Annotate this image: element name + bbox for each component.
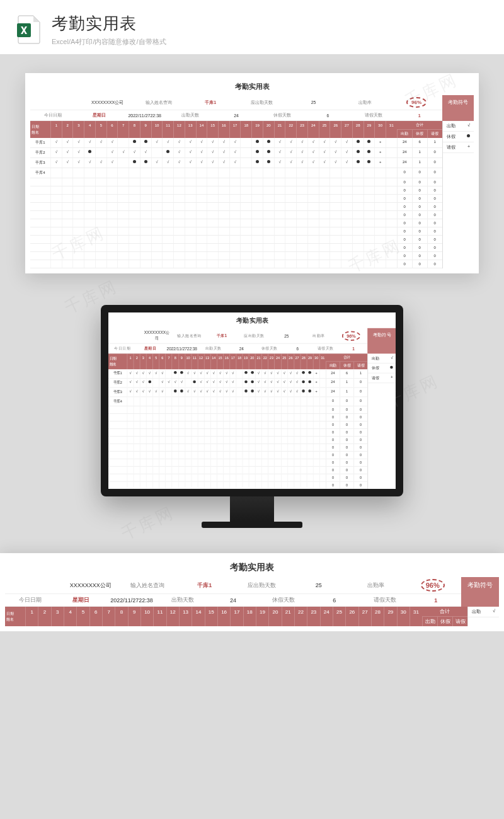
legend-item: 休假 (443, 132, 474, 142)
table-row[interactable]: 000 (108, 459, 367, 467)
table-header: 日期姓名123456789101112131415161718192021222… (108, 353, 367, 369)
page-title: 考勤实用表 (52, 13, 488, 35)
table-row[interactable]: 000 (108, 421, 367, 429)
preview-strip: 考勤实用表 XXXXXXXX公司 输入姓名查询千库1 应出勤天数25 出勤率96… (0, 553, 504, 631)
table-header: 日期姓名123456789101112131415161718192021222… (5, 607, 467, 626)
legend-item: 请假+ (443, 142, 474, 153)
table-row[interactable]: 000 (30, 203, 442, 211)
table-row[interactable]: 000 (30, 227, 442, 236)
legend-title: 考勤符号 (367, 328, 396, 353)
legend-title: 考勤符号 (442, 95, 474, 121)
page-subtitle: Excel/A4打印/内容随意修改/自带格式 (52, 37, 488, 47)
sheet-title: 考勤实用表 (30, 78, 474, 95)
table-row[interactable]: 000 (108, 444, 367, 452)
table-row[interactable]: 000 (108, 467, 367, 474)
table-row[interactable]: 千库1√√√√√√√√√√√√√√√√√√√√√+2461 (30, 138, 442, 148)
sheet-title: 考勤实用表 (108, 312, 396, 328)
table-header: 日期姓名123456789101112131415161718192021222… (30, 121, 442, 138)
table-row[interactable]: 000 (30, 178, 442, 186)
table-row[interactable]: 千库1√√√√√√√√√√√√√√√√√√√√√+2461 (108, 369, 367, 379)
table-row[interactable]: 000 (30, 211, 442, 219)
table-row[interactable]: 千库2√√√√√√√√√√√√√√√√√√√√+2410 (108, 379, 367, 388)
table-row[interactable]: 千库4000 (108, 397, 367, 406)
excel-icon (16, 14, 42, 45)
page-header: 考勤实用表 Excel/A4打印/内容随意修改/自带格式 (0, 0, 504, 54)
table-row[interactable]: 千库3√√√√√√√√√√√√√√√√√√√√√+2410 (30, 158, 442, 168)
sheet-title: 考勤实用表 (5, 558, 499, 577)
table-row[interactable]: 千库2√√√√√√√√√√√√√√√√√√√√+2410 (30, 148, 442, 158)
table-row[interactable]: 千库3√√√√√√√√√√√√√√√√√√√√√+2410 (108, 388, 367, 398)
table-row[interactable]: 000 (30, 195, 442, 203)
table-row[interactable]: 000 (108, 474, 367, 482)
legend-item: 出勤√ (443, 121, 474, 132)
table-row[interactable]: 000 (108, 414, 367, 421)
table-row[interactable]: 000 (30, 252, 442, 260)
legend-item: 请假+ (368, 374, 396, 384)
table-row[interactable]: 000 (30, 260, 442, 268)
table-row[interactable]: 000 (30, 186, 442, 195)
table-row[interactable]: 000 (108, 429, 367, 437)
legend-item: 出勤√ (368, 353, 396, 364)
table-row[interactable]: 000 (108, 406, 367, 414)
monitor-preview: 千库网 千库网 千库网 考勤实用表 XXXXXXXX公司 输入姓名查询千库1 应… (101, 305, 403, 528)
table-row[interactable]: 000 (30, 236, 442, 244)
table-row[interactable]: 000 (108, 452, 367, 459)
table-row[interactable]: 000 (108, 482, 367, 489)
table-row[interactable]: 000 (30, 244, 442, 252)
legend-title: 考勤符号 (461, 577, 499, 607)
spreadsheet: 考勤实用表 XXXXXXXX公司 输入姓名查询千库1 应出勤天数25 出勤率96… (30, 78, 474, 268)
legend-item: 休假 (368, 364, 396, 374)
table-row[interactable]: 000 (30, 219, 442, 227)
preview-large: 千库网 千库网 千库网 考勤实用表 XXXXXXXX公司 输入姓名查询千库1 应… (25, 73, 479, 273)
table-row[interactable]: 千库4000 (30, 168, 442, 178)
table-row[interactable]: 000 (108, 437, 367, 444)
watermark: 千库网 (118, 501, 178, 546)
